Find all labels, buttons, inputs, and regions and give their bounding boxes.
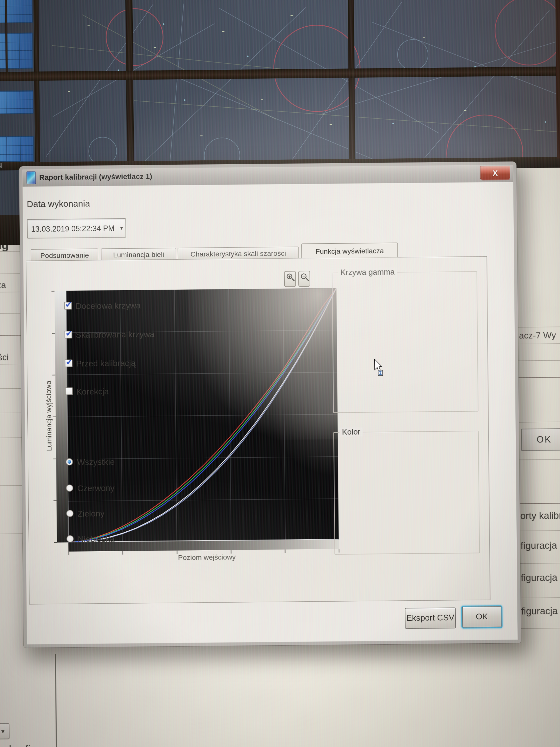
background-text-fragment: orty kalibr bbox=[520, 510, 560, 521]
radar-map-graphics bbox=[0, 0, 560, 173]
ok-button-focus-ring: OK bbox=[461, 605, 503, 628]
curve-Skalibrowana krzywa bbox=[66, 288, 339, 542]
zoom-out-icon bbox=[305, 278, 309, 281]
background-dropdown-button[interactable]: ▾ bbox=[0, 723, 9, 740]
group-title: Krzywa gamma bbox=[338, 267, 398, 277]
wall-bezel bbox=[0, 215, 22, 245]
group-title: Kolor bbox=[340, 427, 363, 437]
background-text-fragment: figuracja c bbox=[521, 606, 560, 617]
curve-Przed kalibracją (zielony) bbox=[66, 288, 339, 542]
curve-Przed kalibracją (czerwony) bbox=[66, 288, 339, 542]
tab-podsumowanie[interactable]: Podsumowanie bbox=[31, 249, 99, 261]
photographed-screen: ing a cza ości acz-7 Wy OK orty kalibr f… bbox=[0, 0, 560, 747]
radio-label: Niebieska bbox=[78, 534, 114, 544]
close-button[interactable]: X bbox=[480, 166, 510, 180]
check-icon: ✔ bbox=[65, 300, 72, 309]
tab-luminancja-bieli[interactable]: Luminancja bieli bbox=[101, 248, 176, 260]
date-combobox-value: 13.03.2019 05:22:34 PM bbox=[31, 224, 114, 233]
tab-charakterystyka[interactable]: Charakterystyka skali szarości bbox=[178, 247, 299, 259]
wall-data-panel bbox=[0, 91, 34, 114]
check-icon: ✔ bbox=[66, 358, 73, 367]
date-combobox[interactable]: 13.03.2019 05:22:34 PM ▾ bbox=[27, 218, 126, 238]
radio-label: Zielony bbox=[77, 509, 105, 519]
radio-label: Czerwony bbox=[77, 483, 114, 493]
gamma-curve-group: Krzywa gamma bbox=[332, 271, 478, 413]
app-icon bbox=[26, 171, 35, 184]
background-ok-button[interactable]: OK bbox=[521, 428, 560, 451]
y-axis-label: Luminancja wyjściowa bbox=[44, 365, 54, 467]
wall-text-label: zu bbox=[0, 160, 2, 170]
radio-circle[interactable] bbox=[66, 458, 73, 466]
background-text-fragment: acz-7 Wy bbox=[519, 330, 556, 341]
background-text-fragment: e skonfig... bbox=[0, 743, 45, 747]
mouse-cursor-icon bbox=[374, 359, 385, 378]
radio-circle[interactable] bbox=[66, 485, 73, 492]
background-text-fragment: cza bbox=[0, 280, 6, 290]
checkbox-label: Przed kalibracją bbox=[76, 358, 136, 368]
ok-button[interactable]: OK bbox=[462, 606, 502, 627]
chevron-down-icon: ▾ bbox=[1, 727, 5, 735]
color-group: Kolor bbox=[333, 431, 480, 555]
check-icon: ✔ bbox=[65, 329, 72, 338]
zoom-out-button[interactable]: − bbox=[298, 271, 310, 287]
curve-Docelowa krzywa bbox=[66, 288, 339, 542]
gamma-chart-plot[interactable] bbox=[66, 288, 339, 542]
zoom-in-button[interactable]: + bbox=[284, 271, 296, 287]
checkbox-box[interactable]: ✔ bbox=[65, 387, 73, 395]
radio-circle[interactable] bbox=[66, 510, 74, 517]
checkbox-label: Korekcja bbox=[76, 387, 109, 397]
chevron-down-icon: ▾ bbox=[120, 225, 123, 232]
wall-data-panel bbox=[0, 32, 33, 69]
export-csv-button[interactable]: Eksport CSV bbox=[405, 608, 456, 629]
checkbox-box[interactable]: ✔ bbox=[64, 331, 72, 338]
checkbox-box[interactable]: ✔ bbox=[65, 360, 73, 367]
background-text-fragment: figuracja h bbox=[521, 540, 560, 551]
background-text-fragment: ości bbox=[0, 352, 9, 362]
background-divider bbox=[55, 654, 57, 747]
checkbox-box[interactable]: ✔ bbox=[64, 302, 72, 310]
radio-circle[interactable] bbox=[66, 535, 74, 543]
video-wall: zu bbox=[0, 0, 560, 173]
gamma-curves bbox=[66, 288, 339, 542]
checkbox-label: Docelowa krzywa bbox=[75, 301, 141, 311]
background-text-fragment: figuracja ka bbox=[521, 572, 560, 584]
dialog-client-area: Data wykonania 13.03.2019 05:22:34 PM ▾ … bbox=[23, 182, 518, 644]
calibration-report-dialog: Raport kalibracji (wyświetlacz 1) X Data… bbox=[19, 161, 521, 648]
zoom-in-icon bbox=[291, 278, 295, 281]
window-title: Raport kalibracji (wyświetlacz 1) bbox=[39, 172, 152, 182]
curve-Przed kalibracją (niebieski) bbox=[66, 288, 339, 542]
tab-funkcja-wyswietlacza[interactable]: Funkcja wyświetlacza bbox=[301, 242, 398, 258]
wall-data-panel bbox=[0, 136, 34, 162]
wall-panel bbox=[0, 170, 21, 217]
checkbox-label: Skalibrowana krzywa bbox=[76, 329, 155, 340]
date-label: Data wykonania bbox=[27, 198, 90, 209]
x-axis-label: Poziom wejściowy bbox=[131, 552, 283, 562]
radio-label: Wszystkie bbox=[77, 457, 115, 467]
